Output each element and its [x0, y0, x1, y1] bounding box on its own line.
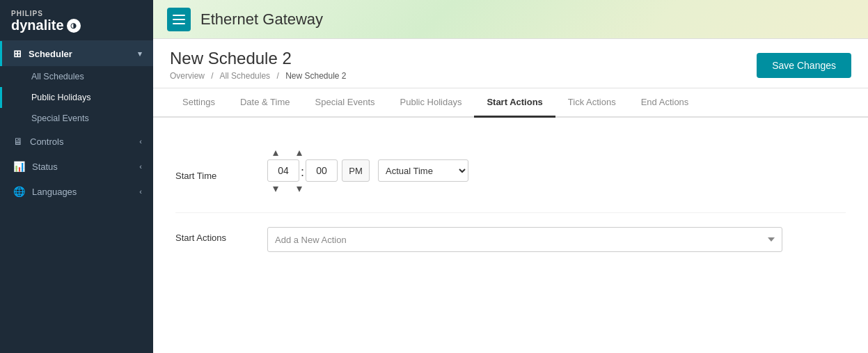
minute-input-col — [306, 159, 338, 182]
time-picker-controls: ▴ ▴ : PM — [267, 146, 468, 196]
tab-bar: Settings Date & Time Special Events Publ… — [153, 88, 868, 118]
sidebar-item-controls[interactable]: 🖥 Controls ‹ — [0, 129, 153, 154]
sidebar-section-scheduler: ⊞ Scheduler ▾ All Schedules Public Holid… — [0, 41, 153, 129]
tab-special-events[interactable]: Special Events — [303, 88, 388, 118]
hamburger-line-1 — [173, 15, 185, 16]
breadcrumb-sep-2: / — [276, 71, 278, 81]
time-inputs-row: : PM Actual Time Sunrise Sunset — [267, 159, 468, 182]
monitor-icon: 🖥 — [13, 136, 23, 147]
tab-settings[interactable]: Settings — [170, 88, 228, 118]
start-time-label: Start Time — [175, 146, 245, 181]
breadcrumb-sep-1: / — [211, 71, 213, 81]
hour-up-button[interactable]: ▴ — [267, 146, 284, 159]
start-actions-label: Start Actions — [175, 227, 245, 243]
grid-icon: ⊞ — [13, 48, 22, 59]
page-title: New Schedule 2 — [170, 49, 347, 68]
new-action-select[interactable]: Add a New Action — [267, 227, 782, 252]
dynalite-brand: dynalite ◑ — [11, 17, 142, 33]
breadcrumb: Overview / All Schedules / New Schedule … — [170, 71, 347, 88]
main-content: Ethernet Gateway New Schedule 2 Overview… — [153, 0, 868, 353]
save-changes-button[interactable]: Save Changes — [757, 53, 851, 78]
content-area: Start Time ▴ ▴ : — [153, 118, 868, 353]
tab-start-actions[interactable]: Start Actions — [474, 88, 555, 118]
sidebar-item-languages[interactable]: 🌐 Languages ‹ — [0, 179, 153, 204]
tab-end-actions[interactable]: End Actions — [629, 88, 702, 118]
minute-up-button[interactable]: ▴ — [291, 146, 308, 159]
tab-public-holidays[interactable]: Public Holidays — [388, 88, 475, 118]
page-header: New Schedule 2 Overview / All Schedules … — [153, 39, 868, 88]
globe-icon: 🌐 — [13, 186, 25, 197]
hour-down-col: ▾ — [267, 182, 284, 196]
sidebar-item-special-events[interactable]: Special Events — [0, 108, 153, 129]
chevron-right-icon-3: ‹ — [139, 187, 142, 196]
sidebar-item-all-schedules[interactable]: All Schedules — [0, 66, 153, 87]
chevron-right-icon: ‹ — [139, 137, 142, 146]
start-time-section: Start Time ▴ ▴ : — [175, 134, 846, 213]
tab-date-time[interactable]: Date & Time — [228, 88, 303, 118]
time-colon: : — [299, 165, 306, 180]
hamburger-button[interactable] — [167, 8, 191, 31]
hour-down-button[interactable]: ▾ — [267, 182, 284, 196]
time-arrows-up: ▴ ▴ — [267, 146, 468, 159]
sidebar-item-public-holidays[interactable]: Public Holidays — [0, 87, 153, 108]
minute-down-col: ▾ — [291, 182, 308, 196]
chevron-right-icon-2: ‹ — [139, 162, 142, 171]
breadcrumb-all-schedules[interactable]: All Schedules — [219, 71, 270, 81]
time-arrows-down: ▾ ▾ — [267, 182, 468, 196]
chevron-down-icon: ▾ — [138, 49, 142, 58]
sidebar-scheduler-label: Scheduler — [29, 49, 72, 59]
sidebar-item-status[interactable]: 📊 Status ‹ — [0, 154, 153, 179]
philips-brand: PHILIPS — [11, 10, 142, 17]
minute-input[interactable] — [306, 159, 338, 182]
page-title-section: New Schedule 2 Overview / All Schedules … — [170, 49, 347, 88]
topbar-title: Ethernet Gateway — [200, 10, 323, 29]
new-action-wrapper: Add a New Action — [267, 227, 782, 252]
breadcrumb-current: New Schedule 2 — [285, 71, 346, 81]
hamburger-line-2 — [173, 19, 185, 20]
dynalite-icon: ◑ — [67, 19, 81, 33]
hamburger-line-3 — [173, 23, 185, 24]
hour-input[interactable] — [267, 159, 299, 182]
sidebar-item-scheduler[interactable]: ⊞ Scheduler ▾ — [0, 41, 153, 66]
time-type-select[interactable]: Actual Time Sunrise Sunset — [378, 159, 468, 182]
start-actions-section: Start Actions Add a New Action — [175, 213, 846, 263]
topbar: Ethernet Gateway — [153, 0, 868, 39]
breadcrumb-overview[interactable]: Overview — [170, 71, 205, 81]
logo: PHILIPS dynalite ◑ — [0, 0, 153, 41]
minute-col: ▴ — [291, 146, 308, 159]
tab-tick-actions[interactable]: Tick Actions — [555, 88, 629, 118]
minute-down-button[interactable]: ▾ — [291, 182, 308, 196]
sidebar: PHILIPS dynalite ◑ ⊞ Scheduler ▾ All Sch… — [0, 0, 153, 353]
bar-chart-icon: 📊 — [13, 161, 25, 172]
ampm-button[interactable]: PM — [342, 159, 370, 182]
hour-col: ▴ — [267, 146, 284, 159]
hour-input-col — [267, 159, 299, 182]
